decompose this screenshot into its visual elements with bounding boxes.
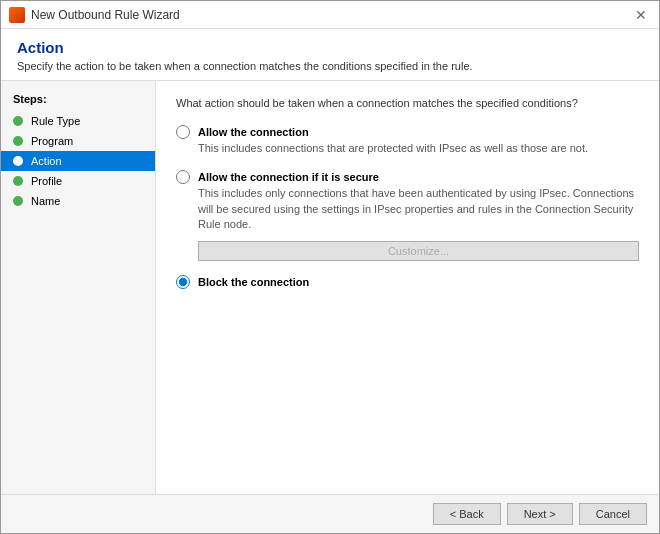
title-bar-left: New Outbound Rule Wizard: [9, 7, 180, 23]
step-dot-profile: [13, 176, 23, 186]
sidebar-item-action[interactable]: Action: [1, 151, 155, 171]
page-header: Action Specify the action to be taken wh…: [1, 29, 659, 81]
step-dot-action: [13, 156, 23, 166]
option-allow-desc: This includes connections that are prote…: [198, 141, 639, 156]
radio-allow-secure[interactable]: [176, 170, 190, 184]
radio-group: Allow the connection This includes conne…: [176, 125, 639, 289]
step-dot-name: [13, 196, 23, 206]
option-allow-secure-label: Allow the connection if it is secure: [198, 171, 379, 183]
option-block-row: Block the connection: [176, 275, 639, 289]
page-subtitle: Specify the action to be taken when a co…: [17, 60, 643, 72]
step-dot-rule-type: [13, 116, 23, 126]
sidebar-item-rule-type[interactable]: Rule Type: [1, 111, 155, 131]
close-button[interactable]: ✕: [631, 5, 651, 25]
title-bar: New Outbound Rule Wizard ✕: [1, 1, 659, 29]
next-button[interactable]: Next >: [507, 503, 573, 525]
option-allow-label: Allow the connection: [198, 126, 309, 138]
window-title: New Outbound Rule Wizard: [31, 8, 180, 22]
option-allow-secure: Allow the connection if it is secure Thi…: [176, 170, 639, 260]
sidebar-item-action-label: Action: [31, 155, 62, 167]
sidebar-item-name[interactable]: Name: [1, 191, 155, 211]
option-allow-row: Allow the connection: [176, 125, 639, 139]
content-area: Steps: Rule Type Program Action Profile …: [1, 81, 659, 494]
main-panel: What action should be taken when a conne…: [156, 81, 659, 494]
footer: < Back Next > Cancel: [1, 494, 659, 533]
sidebar-item-profile[interactable]: Profile: [1, 171, 155, 191]
window-icon: [9, 7, 25, 23]
radio-allow[interactable]: [176, 125, 190, 139]
sidebar-item-program[interactable]: Program: [1, 131, 155, 151]
page-title: Action: [17, 39, 643, 56]
sidebar: Steps: Rule Type Program Action Profile …: [1, 81, 156, 494]
option-block: Block the connection: [176, 275, 639, 289]
steps-label: Steps:: [1, 91, 155, 111]
customize-button[interactable]: Customize...: [198, 241, 639, 261]
sidebar-item-rule-type-label: Rule Type: [31, 115, 80, 127]
option-allow: Allow the connection This includes conne…: [176, 125, 639, 156]
question-text: What action should be taken when a conne…: [176, 97, 639, 109]
back-button[interactable]: < Back: [433, 503, 501, 525]
option-allow-secure-row: Allow the connection if it is secure: [176, 170, 639, 184]
step-dot-program: [13, 136, 23, 146]
wizard-window: New Outbound Rule Wizard ✕ Action Specif…: [0, 0, 660, 534]
cancel-button[interactable]: Cancel: [579, 503, 647, 525]
option-allow-secure-desc: This includes only connections that have…: [198, 186, 639, 232]
sidebar-item-profile-label: Profile: [31, 175, 62, 187]
sidebar-item-name-label: Name: [31, 195, 60, 207]
sidebar-item-program-label: Program: [31, 135, 73, 147]
option-block-label: Block the connection: [198, 276, 309, 288]
radio-block[interactable]: [176, 275, 190, 289]
